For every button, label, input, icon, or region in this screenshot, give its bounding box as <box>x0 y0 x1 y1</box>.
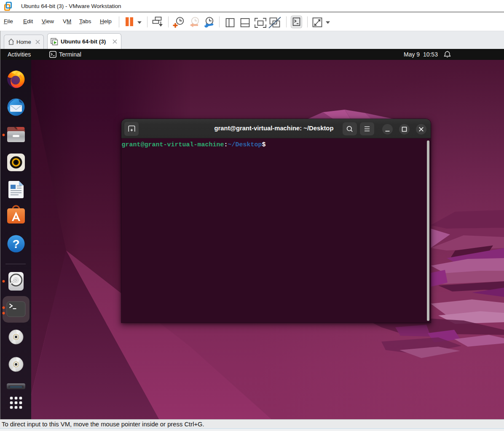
svg-text:?: ? <box>12 237 19 251</box>
